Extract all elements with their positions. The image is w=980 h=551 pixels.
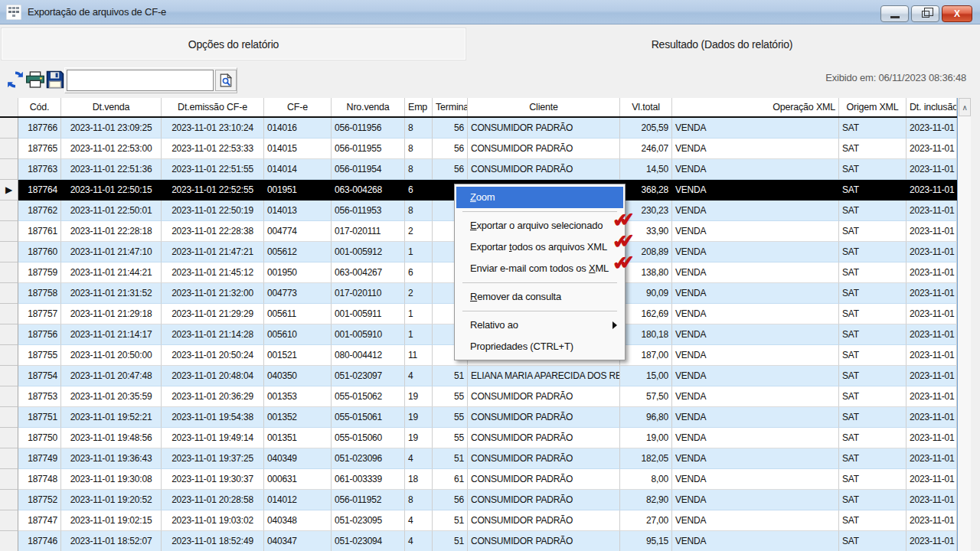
table-cell[interactable]: VENDA bbox=[672, 324, 839, 345]
table-cell[interactable]: 19,00 bbox=[620, 428, 672, 448]
refresh-icon[interactable] bbox=[6, 70, 24, 89]
column-header[interactable]: Dt. inclusão bbox=[906, 98, 957, 116]
row-indicator[interactable] bbox=[0, 283, 18, 304]
table-cell[interactable]: SAT bbox=[839, 407, 906, 428]
table-cell[interactable]: 2023-11-01 21:45:12 bbox=[162, 262, 264, 283]
table-cell[interactable]: VENDA bbox=[672, 221, 839, 242]
vertical-scrollbar[interactable]: ∧ bbox=[957, 98, 971, 551]
row-indicator[interactable] bbox=[0, 221, 18, 242]
table-row[interactable]: 1877632023-11-01 22:51:362023-11-01 22:5… bbox=[0, 159, 957, 180]
table-cell[interactable]: CONSUMIDOR PADRÃO bbox=[468, 448, 620, 469]
table-cell[interactable]: VENDA bbox=[672, 201, 839, 221]
row-indicator[interactable] bbox=[0, 428, 18, 448]
column-header[interactable]: CF-e bbox=[264, 98, 332, 116]
table-cell[interactable]: 056-011954 bbox=[332, 159, 405, 180]
table-cell[interactable]: CONSUMIDOR PADRÃO bbox=[468, 118, 620, 139]
table-cell[interactable]: 005612 bbox=[264, 242, 332, 262]
table-cell[interactable]: VENDA bbox=[672, 448, 839, 469]
table-cell[interactable]: 57,50 bbox=[620, 386, 672, 407]
table-cell[interactable]: 2023-11-01 bbox=[906, 283, 957, 304]
table-cell[interactable]: 187761 bbox=[18, 221, 61, 242]
table-cell[interactable]: 8 bbox=[405, 201, 433, 221]
column-header[interactable]: Nro.venda bbox=[332, 98, 405, 116]
table-cell[interactable]: 2023-11-01 22:28:38 bbox=[162, 221, 264, 242]
table-cell[interactable]: 95,15 bbox=[620, 531, 672, 551]
table-cell[interactable]: 15,00 bbox=[620, 366, 672, 386]
table-cell[interactable]: 2023-11-01 bbox=[906, 201, 957, 221]
table-cell[interactable]: SAT bbox=[839, 262, 906, 283]
table-cell[interactable]: 1 bbox=[405, 242, 433, 262]
table-cell[interactable]: 2023-11-01 20:50:00 bbox=[61, 345, 162, 366]
table-cell[interactable]: 2 bbox=[405, 221, 433, 242]
table-cell[interactable]: 051-023095 bbox=[332, 510, 405, 531]
table-cell[interactable]: 56 bbox=[433, 159, 468, 180]
table-cell[interactable]: 2023-11-01 22:52:55 bbox=[162, 180, 264, 201]
table-cell[interactable]: 2023-11-01 19:49:14 bbox=[162, 428, 264, 448]
table-cell[interactable]: 2023-11-01 21:29:29 bbox=[162, 304, 264, 324]
table-cell[interactable]: 187746 bbox=[18, 531, 61, 551]
table-cell[interactable]: 063-004268 bbox=[332, 180, 405, 201]
table-cell[interactable]: 1 bbox=[405, 304, 433, 324]
table-cell[interactable]: 2023-11-01 bbox=[906, 448, 957, 469]
table-cell[interactable]: 2023-11-01 21:44:21 bbox=[61, 262, 162, 283]
table-cell[interactable]: SAT bbox=[839, 324, 906, 345]
row-indicator[interactable] bbox=[0, 139, 18, 159]
row-indicator[interactable] bbox=[0, 407, 18, 428]
table-cell[interactable]: 18 bbox=[405, 469, 433, 490]
table-cell[interactable]: 96,80 bbox=[620, 407, 672, 428]
table-cell[interactable]: 51 bbox=[433, 366, 468, 386]
table-cell[interactable]: 2023-11-01 22:50:19 bbox=[162, 201, 264, 221]
table-cell[interactable]: 001352 bbox=[264, 407, 332, 428]
table-cell[interactable]: 2023-11-01 bbox=[906, 139, 957, 159]
table-cell[interactable]: 055-015060 bbox=[332, 428, 405, 448]
table-cell[interactable]: 187762 bbox=[18, 201, 61, 221]
table-cell[interactable]: 2023-11-01 22:51:55 bbox=[162, 159, 264, 180]
table-cell[interactable]: 2023-11-01 21:31:52 bbox=[61, 283, 162, 304]
table-cell[interactable]: SAT bbox=[839, 345, 906, 366]
column-header[interactable]: Vl.total bbox=[620, 98, 672, 116]
table-cell[interactable]: 080-004412 bbox=[332, 345, 405, 366]
table-cell[interactable]: 8 bbox=[405, 159, 433, 180]
table-cell[interactable]: 056-011956 bbox=[332, 118, 405, 139]
table-cell[interactable]: 000631 bbox=[264, 469, 332, 490]
table-cell[interactable]: 182,05 bbox=[620, 448, 672, 469]
row-indicator[interactable] bbox=[0, 242, 18, 262]
table-cell[interactable]: VENDA bbox=[672, 118, 839, 139]
table-cell[interactable]: 055-015061 bbox=[332, 407, 405, 428]
table-cell[interactable]: 2023-11-01 bbox=[906, 262, 957, 283]
table-cell[interactable]: 61 bbox=[433, 469, 468, 490]
table-cell[interactable]: 2023-11-01 19:30:08 bbox=[61, 469, 162, 490]
table-row[interactable]: 1877522023-11-01 19:20:522023-11-01 20:2… bbox=[0, 490, 957, 510]
table-cell[interactable]: SAT bbox=[839, 139, 906, 159]
table-cell[interactable]: VENDA bbox=[672, 510, 839, 531]
table-cell[interactable]: 19 bbox=[405, 386, 433, 407]
table-cell[interactable]: 014013 bbox=[264, 201, 332, 221]
row-indicator[interactable] bbox=[0, 510, 18, 531]
table-cell[interactable]: VENDA bbox=[672, 490, 839, 510]
table-cell[interactable]: 90,09 bbox=[620, 283, 672, 304]
table-cell[interactable]: 51 bbox=[433, 531, 468, 551]
table-cell[interactable]: 187749 bbox=[18, 448, 61, 469]
table-cell[interactable]: 001351 bbox=[264, 428, 332, 448]
table-cell[interactable]: 2023-11-01 22:51:36 bbox=[61, 159, 162, 180]
table-cell[interactable]: 040350 bbox=[264, 366, 332, 386]
table-cell[interactable]: 180,18 bbox=[620, 324, 672, 345]
table-row[interactable]: 1877492023-11-01 19:36:432023-11-01 19:3… bbox=[0, 448, 957, 469]
table-cell[interactable]: VENDA bbox=[672, 180, 839, 201]
row-indicator[interactable] bbox=[0, 366, 18, 386]
table-cell[interactable]: 187751 bbox=[18, 407, 61, 428]
table-cell[interactable]: SAT bbox=[839, 531, 906, 551]
table-cell[interactable]: CONSUMIDOR PADRÃO bbox=[468, 159, 620, 180]
table-cell[interactable]: 56 bbox=[433, 139, 468, 159]
table-cell[interactable]: SAT bbox=[839, 510, 906, 531]
table-cell[interactable]: VENDA bbox=[672, 366, 839, 386]
table-cell[interactable]: 56 bbox=[433, 118, 468, 139]
table-cell[interactable]: 2023-11-01 19:48:56 bbox=[61, 428, 162, 448]
table-cell[interactable]: 2023-11-01 20:36:29 bbox=[162, 386, 264, 407]
table-cell[interactable]: 004774 bbox=[264, 221, 332, 242]
table-cell[interactable]: 55 bbox=[433, 407, 468, 428]
row-indicator[interactable] bbox=[0, 118, 18, 139]
table-cell[interactable]: 2023-11-01 20:48:04 bbox=[162, 366, 264, 386]
table-cell[interactable]: 19 bbox=[405, 407, 433, 428]
row-indicator[interactable] bbox=[0, 201, 18, 221]
